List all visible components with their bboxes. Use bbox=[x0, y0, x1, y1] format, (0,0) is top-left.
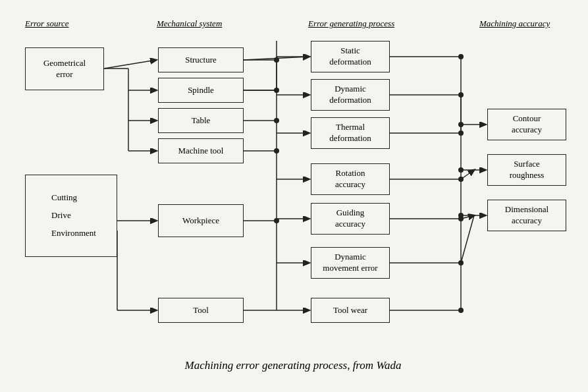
svg-line-55 bbox=[461, 215, 474, 219]
box-thermal-deformation: Thermal deformation bbox=[311, 117, 390, 149]
caption: Machining error generating process, from… bbox=[79, 359, 507, 372]
svg-point-29 bbox=[274, 57, 279, 63]
diagram-container: Error source Mechanical system Error gen… bbox=[0, 0, 588, 392]
svg-point-42 bbox=[458, 54, 464, 59]
svg-point-32 bbox=[274, 148, 279, 154]
box-surface-roughness: Surface roughness bbox=[487, 154, 566, 186]
box-tool-wear: Tool wear bbox=[311, 298, 390, 323]
svg-line-54 bbox=[461, 170, 474, 179]
box-machine-tool: Machine tool bbox=[158, 138, 244, 163]
box-dimensional-accuracy: Dimensional accuracy bbox=[487, 200, 566, 231]
svg-line-1 bbox=[104, 60, 156, 69]
box-workpiece: Workpiece bbox=[158, 204, 244, 237]
svg-point-31 bbox=[274, 118, 279, 123]
svg-point-44 bbox=[458, 130, 464, 136]
box-table: Table bbox=[158, 108, 244, 133]
svg-point-30 bbox=[274, 88, 279, 93]
svg-point-47 bbox=[458, 260, 464, 266]
box-rotation-accuracy: Rotation accuracy bbox=[311, 163, 390, 195]
svg-point-43 bbox=[458, 92, 464, 98]
svg-point-57 bbox=[458, 122, 464, 127]
box-contour-accuracy: Contour accuracy bbox=[487, 109, 566, 140]
svg-point-58 bbox=[458, 167, 464, 173]
box-cutting-group: Cutting Drive Environment bbox=[25, 175, 117, 257]
title-error-generating: Error generating process bbox=[308, 18, 394, 29]
box-dynamic-deformation: Dynamic deformation bbox=[311, 79, 390, 111]
title-machining-accuracy: Machining accuracy bbox=[479, 18, 550, 29]
box-structure: Structure bbox=[158, 47, 244, 72]
svg-line-56 bbox=[461, 215, 474, 263]
title-mechanical-system: Mechanical system bbox=[157, 18, 222, 29]
svg-point-46 bbox=[458, 216, 464, 221]
box-geometrical-error: Geometrical error bbox=[25, 47, 104, 90]
svg-point-59 bbox=[458, 213, 464, 218]
svg-point-33 bbox=[274, 218, 279, 223]
box-spindle: Spindle bbox=[158, 78, 244, 103]
box-tool: Tool bbox=[158, 298, 244, 323]
title-error-source: Error source bbox=[25, 18, 69, 29]
svg-point-48 bbox=[458, 308, 464, 313]
box-static-deformation: Static deformation bbox=[311, 41, 390, 72]
box-dynamic-movement: Dynamic movement error bbox=[311, 247, 390, 279]
box-guiding-accuracy: Guiding accuracy bbox=[311, 203, 390, 235]
svg-line-12 bbox=[244, 57, 309, 60]
svg-point-45 bbox=[458, 177, 464, 182]
